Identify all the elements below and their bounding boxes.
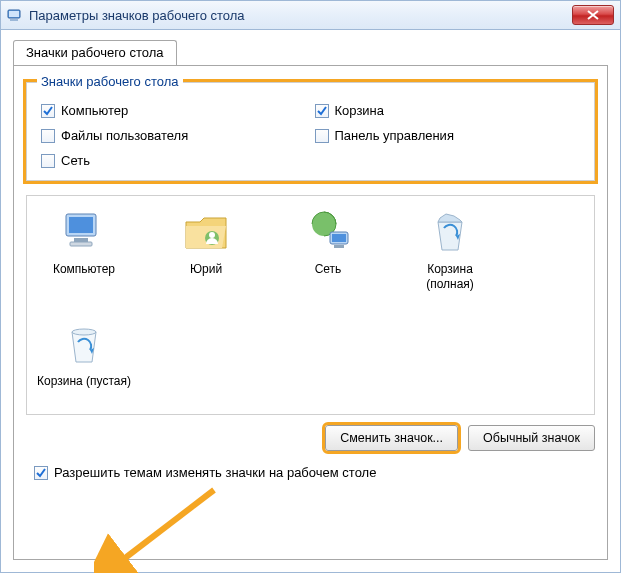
icon-label: Корзина (полная)	[403, 262, 497, 292]
checkbox-control-panel[interactable]: Панель управления	[315, 128, 581, 143]
icon-item-computer[interactable]: Компьютер	[37, 208, 131, 292]
tab-strip: Значки рабочего стола	[13, 40, 608, 66]
icon-item-network[interactable]: Сеть	[281, 208, 375, 292]
svg-point-8	[209, 232, 215, 238]
checkbox-user-files[interactable]: Файлы пользователя	[41, 128, 307, 143]
checkbox-network[interactable]: Сеть	[41, 153, 307, 168]
svg-rect-12	[334, 245, 344, 248]
svg-rect-5	[74, 238, 88, 242]
close-icon	[586, 10, 600, 20]
svg-rect-1	[10, 19, 18, 21]
checkbox-label: Корзина	[335, 103, 385, 118]
default-icon-button[interactable]: Обычный значок	[468, 425, 595, 451]
checkbox-box	[41, 129, 55, 143]
icon-item-recycle-full[interactable]: Корзина (полная)	[403, 208, 497, 292]
checkbox-box	[41, 104, 55, 118]
app-icon	[7, 7, 23, 23]
window-title: Параметры значков рабочего стола	[29, 8, 245, 23]
icon-label: Корзина (пустая)	[37, 374, 131, 389]
checkbox-label: Сеть	[61, 153, 90, 168]
svg-rect-11	[332, 234, 346, 242]
network-icon	[304, 208, 352, 256]
client-area: Значки рабочего стола Значки рабочего ст…	[0, 30, 621, 573]
svg-rect-4	[69, 217, 93, 233]
checkbox-label: Разрешить темам изменять значки на рабоч…	[54, 465, 376, 480]
checkbox-allow-themes[interactable]: Разрешить темам изменять значки на рабоч…	[34, 465, 595, 480]
checkbox-label: Компьютер	[61, 103, 128, 118]
icon-item-recycle-empty[interactable]: Корзина (пустая)	[37, 320, 131, 389]
svg-rect-6	[70, 242, 92, 246]
svg-rect-2	[9, 11, 19, 17]
svg-point-13	[72, 329, 96, 335]
close-button[interactable]	[572, 5, 614, 25]
icon-label: Сеть	[281, 262, 375, 277]
checkbox-box	[41, 154, 55, 168]
checkbox-recycle-bin[interactable]: Корзина	[315, 103, 581, 118]
icon-row: Компьютер Юрий Сеть	[37, 208, 584, 389]
button-label: Обычный значок	[483, 431, 580, 445]
tab-page: Значки рабочего стола Компьютер Корзина …	[13, 65, 608, 560]
titlebar: Параметры значков рабочего стола	[0, 0, 621, 30]
computer-icon	[60, 208, 108, 256]
checkbox-box	[315, 129, 329, 143]
group-legend: Значки рабочего стола	[37, 74, 183, 89]
checkbox-computer[interactable]: Компьютер	[41, 103, 307, 118]
button-row: Сменить значок... Обычный значок	[26, 425, 595, 451]
recycle-empty-icon	[60, 320, 108, 368]
icon-preview-list: Компьютер Юрий Сеть	[26, 195, 595, 415]
change-icon-button[interactable]: Сменить значок...	[325, 425, 458, 451]
checkbox-grid: Компьютер Корзина Файлы пользователя Пан…	[41, 103, 580, 168]
recycle-full-icon	[426, 208, 474, 256]
checkbox-label: Файлы пользователя	[61, 128, 188, 143]
user-folder-icon	[182, 208, 230, 256]
dialog-window: Параметры значков рабочего стола Значки …	[0, 0, 621, 573]
tab-label: Значки рабочего стола	[26, 45, 164, 60]
checkbox-box	[315, 104, 329, 118]
checkbox-box	[34, 466, 48, 480]
icon-label: Юрий	[159, 262, 253, 277]
icon-label: Компьютер	[37, 262, 131, 277]
group-desktop-icons: Значки рабочего стола Компьютер Корзина …	[26, 82, 595, 181]
annotation-arrow-icon	[94, 480, 244, 573]
checkbox-label: Панель управления	[335, 128, 454, 143]
icon-item-user-folder[interactable]: Юрий	[159, 208, 253, 292]
button-label: Сменить значок...	[340, 431, 443, 445]
tab-desktop-icons[interactable]: Значки рабочего стола	[13, 40, 177, 66]
